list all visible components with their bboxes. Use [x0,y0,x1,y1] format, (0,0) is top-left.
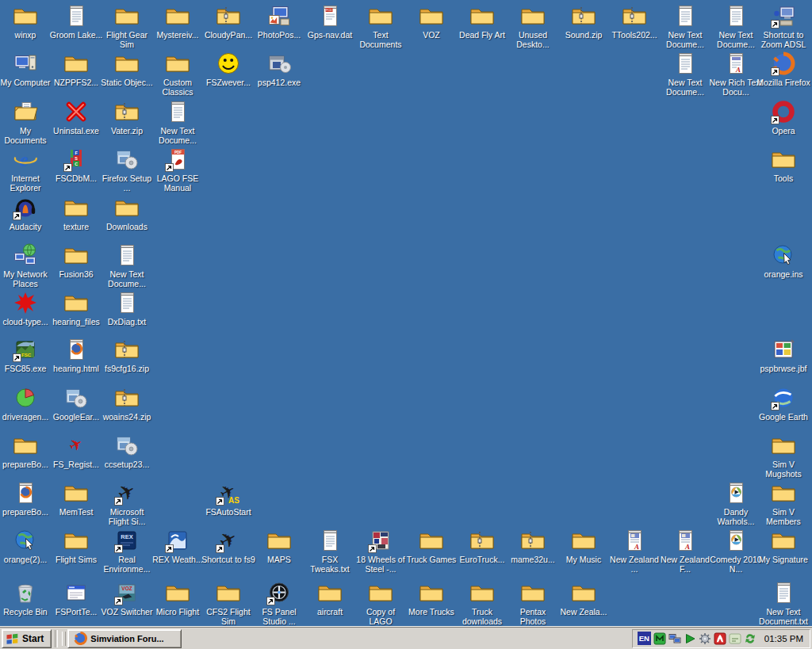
desktop-icon-winxp[interactable]: winxp [0,3,52,40]
task-button-simviation[interactable]: Simviation Foru... [67,629,182,648]
desktop-icon-voz-switcher[interactable]: VOZVOZ Switcher [100,580,154,617]
desktop-icon-new-text-docume[interactable]: New Text Docume... [151,99,205,145]
desktop-icon-pspbrwse-jbf[interactable]: pspbrwse.jbf [756,337,810,373]
desktop-icon-fsportte[interactable]: FSPortTe... [49,580,103,617]
desktop-icon-gps-nav-dat[interactable]: FCDGps-nav.dat [303,3,357,40]
desktop-icon-new-text-docume[interactable]: New Text Docume... [709,3,763,49]
desktop-icon-lago-fse-manual[interactable]: PDFLAGO FSE Manual [151,147,205,193]
desktop-icon-fszwever[interactable]: FSZwever... [201,51,255,87]
desktop-icon-driveragen[interactable]: driveragen... [0,385,52,422]
desktop-icon-real-environme[interactable]: REXReal Environme... [100,528,154,574]
desktop-icon-mozilla-firefox[interactable]: Mozilla Firefox [756,51,810,87]
desktop-icon-preparebo[interactable]: prepareBo... [0,433,52,469]
desktop-icon-orange-ins[interactable]: orange.ins [756,242,810,279]
green-m-tray-icon[interactable] [653,632,666,645]
desktop-icon-sim-v-members[interactable]: Sim V Members [756,480,810,526]
desktop-icon-micro-flight[interactable]: Micro Flight [151,580,205,617]
desktop-icon-sim-v-mugshots[interactable]: Sim V Mugshots [756,433,810,479]
desktop-icon-googleear[interactable]: GoogleEar... [49,385,103,422]
desktop-icon-voz[interactable]: VOZ [404,3,458,40]
desktop-icon-nzppfs2[interactable]: NZPPFS2... [49,51,103,87]
desktop-icon-fsc85-exe[interactable]: FSCFSC85.exe [0,337,52,373]
desktop-icon-custom-classics[interactable]: Custom Classics [151,51,205,97]
desktop-icon-truck-games[interactable]: Truck Games [404,528,458,564]
desktop-icon-cloud-type[interactable]: cloud-type... [0,290,52,326]
desktop-icon-fs9cfg16-zip[interactable]: fs9cfg16.zip [100,337,154,373]
desktop-icon-psp412-exe[interactable]: psp412.exe [252,51,306,87]
desktop-icon-fsx-tweaks-txt[interactable]: FSX Tweaks.txt [303,528,357,574]
desktop-icon-maps[interactable]: MAPS [252,528,306,564]
desktop-icon-new-text-docume[interactable]: New Text Docume... [658,51,712,97]
desktop-icon-mystereiv[interactable]: Mystereiv... [151,3,205,40]
desktop-icon-new-zealand-f[interactable]: ANew Zealand F... [658,528,712,574]
desktop-icon-cfs2-flight-sim[interactable]: CFS2 Flight Sim [201,580,255,626]
play-tray-icon[interactable] [684,632,696,645]
refresh-tray-icon[interactable] [744,632,756,645]
desktop-icon-ccsetup23[interactable]: ccsetup23... [100,433,154,469]
taskbar-grip[interactable] [62,632,66,646]
desktop-icon-firefox-setup[interactable]: Firefox Setup ... [100,147,154,193]
desktop-icon-new-text-docume[interactable]: New Text Docume... [658,3,712,49]
desktop-icon-preparebo[interactable]: prepareBo... [0,480,52,517]
desktop-icon-dead-fly-art[interactable]: Dead Fly Art [455,3,509,40]
gear-tray-icon[interactable] [699,632,711,645]
language-indicator[interactable]: EN [638,632,651,645]
desktop-icon-18-wheels-of-steel[interactable]: 18 Wheels of Steel -... [354,528,408,574]
desktop-icon-tools[interactable]: Tools [756,147,810,183]
desktop-icon-mame32u[interactable]: mame32u... [506,528,560,564]
desktop-icon-unused-deskto[interactable]: Unused Deskto... [506,3,560,49]
desktop-icon-woains24-zip[interactable]: woains24.zip [100,385,154,422]
desktop-icon-eurotruck[interactable]: EuroTruck... [455,528,509,564]
desktop-icon-flight-gear-sim[interactable]: Flight Gear Sim [100,3,154,49]
desktop-icon-recycle-bin[interactable]: Recycle Bin [0,580,52,617]
network-tray-icon[interactable] [668,632,681,645]
desktop-icon-fusion36[interactable]: Fusion36 [49,242,103,279]
desktop-icon-new-zeala[interactable]: New Zeala... [557,580,611,617]
desktop-icon-downloads[interactable]: Downloads [100,195,154,231]
desktop-icon-google-earth[interactable]: Google Earth [756,385,810,422]
clock[interactable]: 01:35 PM [759,634,803,643]
desktop-icon-fscdbm[interactable]: FSCFSCDbM... [49,147,103,183]
avira-tray-icon[interactable] [714,632,726,645]
desktop-icon-microsoft-flight-si[interactable]: ✈Microsoft Flight Si... [100,480,154,526]
desktop-icon-orange-2[interactable]: orange(2)... [0,528,52,564]
desktop-icon-sound-zip[interactable]: Sound.zip [557,3,611,40]
desktop-icon-vater-zip[interactable]: Vater.zip [100,99,154,136]
start-button[interactable]: Start [2,629,52,648]
desktop-icon-text-documents[interactable]: Text Documents [354,3,408,49]
desktop-icon-shortcut-to-zoom-adsl[interactable]: Shortcut to Zoom ADSL [756,3,810,49]
desktop-icon-my-documents[interactable]: My Documents [0,99,52,145]
desktop-icon-dandy-warhols[interactable]: Dandy Warhols... [709,480,763,526]
desktop-icon-truck-downloads[interactable]: Truck downloads [455,580,509,626]
desktop-icon-fs-panel-studio[interactable]: FS Panel Studio ... [252,580,306,626]
desktop-icon-new-zealand[interactable]: ANew Zealand ... [607,528,661,574]
desktop-icon-pentax-photos[interactable]: Pentax Photos [506,580,560,626]
desktop-icon-cloudypan[interactable]: CloudyPan... [201,3,255,40]
desktop-icon-texture[interactable]: texture [49,195,103,231]
desktop-icon-more-trucks[interactable]: More Trucks [404,580,458,617]
desktop-icon-memtest[interactable]: MemTest [49,480,103,517]
desktop-icon-my-signature[interactable]: My Signature [756,528,810,564]
desktop-icon-uninstal-exe[interactable]: Uninstal.exe [49,99,103,136]
desktop-icon-hearing-files[interactable]: hearing_files [49,290,103,326]
pale-tray-icon[interactable] [729,632,741,645]
desktop-icon-aircraft[interactable]: aircraft [303,580,357,617]
desktop-icon-my-music[interactable]: My Music [557,528,611,564]
desktop-icon-new-text-docume[interactable]: New Text Docume... [100,242,154,288]
desktop-icon-fs-regist[interactable]: ✈FS_Regist... [49,433,103,469]
desktop-icon-photopos[interactable]: PhotoPos... [252,3,306,40]
desktop-icon-audacity[interactable]: Audacity [0,195,52,231]
desktop-icon-hearing-html[interactable]: hearing.html [49,337,103,373]
desktop-icon-new-text-document-txt[interactable]: New Text Document.txt [756,580,810,626]
desktop-icon-shortcut-to-fs9[interactable]: ✈Shortcut to fs9 [201,528,255,564]
desktop-icon-static-objec[interactable]: Static Objec... [100,51,154,87]
desktop-icon-flight-sims[interactable]: Flight Sims [49,528,103,564]
desktop-icon-internet-explorer[interactable]: eInternet Explorer [0,147,52,193]
desktop-icon-groom-lake[interactable]: Groom Lake... [49,3,103,40]
desktop-icon-comedy-2010-n[interactable]: Comedy 2010 N... [709,528,763,574]
desktop-icon-my-network-places[interactable]: My Network Places [0,242,52,288]
desktop-icon-fsautostart[interactable]: ✈ASFSAutoStart [201,480,255,517]
desktop-icon-rex-weath[interactable]: REX Weath... [151,528,205,564]
desktop-icon-dxdiag-txt[interactable]: DxDiag.txt [100,290,154,326]
desktop-icon-opera[interactable]: Opera [756,99,810,136]
